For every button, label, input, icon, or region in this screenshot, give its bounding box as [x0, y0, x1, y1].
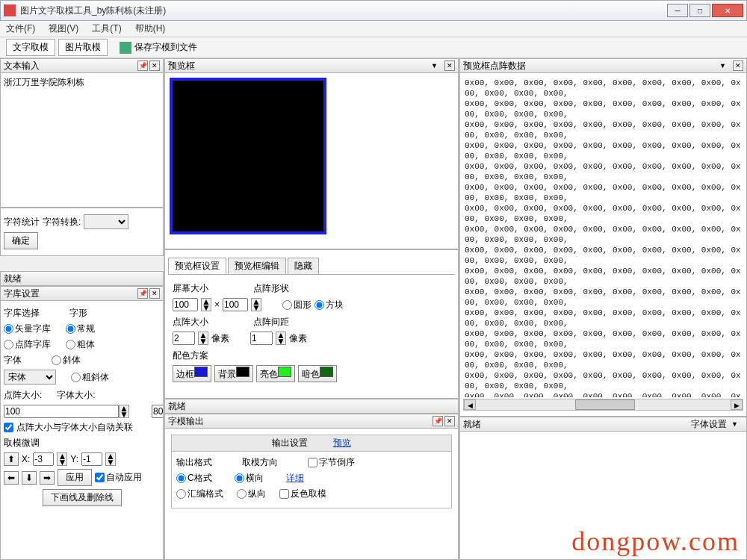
- circle-radio[interactable]: 圆形: [282, 299, 311, 311]
- text-input[interactable]: [4, 76, 160, 203]
- pin-icon[interactable]: 📌: [137, 60, 148, 71]
- menu-help[interactable]: 帮助(H): [135, 22, 166, 35]
- font-set-link[interactable]: 字体设置: [691, 418, 727, 431]
- hex-title: 预览框点阵数据: [463, 60, 719, 72]
- y-offset[interactable]: [81, 452, 102, 466]
- nudge-down-icon[interactable]: ⬇: [22, 471, 37, 485]
- font-settings-title: 字库设置: [4, 287, 136, 300]
- apply-button[interactable]: 应用: [58, 469, 92, 486]
- vert-radio[interactable]: 纵向: [237, 488, 266, 500]
- dropdown-icon[interactable]: ▼: [719, 62, 728, 69]
- close-panel-icon[interactable]: ✕: [149, 60, 160, 71]
- dot-size[interactable]: [173, 332, 195, 345]
- text-mode-button[interactable]: 文字取模: [6, 39, 55, 56]
- preview-canvas[interactable]: [170, 78, 326, 234]
- save-icon: [120, 42, 131, 54]
- menubar: 文件(F) 视图(V) 工具(T) 帮助(H): [0, 21, 747, 37]
- bg-color[interactable]: 背景: [214, 365, 253, 382]
- toolbar: 文字取模 图片取模 保存字模到文件: [0, 37, 747, 58]
- dot-gap[interactable]: [250, 332, 273, 345]
- minimize-button[interactable]: ─: [667, 4, 688, 17]
- invert-check[interactable]: 反色取模: [279, 488, 326, 500]
- window-title: 图片文字取模工具_by陈利栋(未注册): [20, 4, 666, 17]
- vector-radio[interactable]: 矢量字库: [4, 323, 51, 335]
- dropdown-icon[interactable]: ▼: [731, 420, 740, 428]
- off-color[interactable]: 暗色: [298, 365, 337, 382]
- dot-radio[interactable]: 点阵字库: [4, 338, 51, 351]
- detail-link[interactable]: 详细: [286, 472, 304, 485]
- border-color[interactable]: 边框: [173, 365, 211, 382]
- horiz-radio[interactable]: 横向: [235, 472, 264, 485]
- save-font-button[interactable]: 保存字模到文件: [134, 41, 197, 54]
- auto-link-check[interactable]: 点阵大小与字体大小自动关联: [4, 421, 160, 434]
- font-size-input[interactable]: [152, 405, 164, 418]
- nudge-left-icon[interactable]: ⬅: [4, 471, 19, 485]
- screen-w[interactable]: [173, 298, 198, 311]
- underline-button[interactable]: 下画线及删除线: [43, 489, 122, 506]
- normal-radio[interactable]: 常规: [66, 323, 95, 335]
- close-button[interactable]: ✕: [712, 4, 743, 17]
- c-fmt-radio[interactable]: C格式: [176, 472, 212, 485]
- tab-preview-settings[interactable]: 预览框设置: [168, 258, 226, 274]
- pin-icon[interactable]: 📌: [433, 416, 443, 426]
- ready-status-1: 就绪: [4, 273, 22, 285]
- close-panel-icon[interactable]: ✕: [733, 60, 743, 71]
- menu-tools[interactable]: 工具(T): [92, 22, 121, 35]
- hex-data[interactable]: 0x00, 0x00, 0x00, 0x00, 0x00, 0x00, 0x00…: [463, 76, 743, 397]
- font-convert-label: 字符转换:: [43, 216, 81, 228]
- pin-icon[interactable]: 📌: [137, 288, 148, 299]
- bolditalic-radio[interactable]: 粗斜体: [71, 371, 109, 384]
- asm-fmt-radio[interactable]: 汇编格式: [176, 488, 223, 500]
- close-panel-icon[interactable]: ✕: [149, 288, 160, 299]
- close-panel-icon[interactable]: ✕: [444, 416, 455, 426]
- maximize-button[interactable]: □: [689, 4, 710, 17]
- titlebar: 图片文字取模工具_by陈利栋(未注册) ─ □ ✕: [0, 0, 747, 21]
- dot-size-input[interactable]: [4, 405, 119, 418]
- menu-view[interactable]: 视图(V): [49, 22, 78, 35]
- nudge-right-icon[interactable]: ➡: [40, 471, 55, 485]
- text-input-header: 文本输入 📌 ✕: [0, 58, 164, 73]
- x-offset[interactable]: [33, 452, 54, 466]
- h-scrollbar[interactable]: ◀▶: [463, 399, 743, 411]
- square-radio[interactable]: 方块: [314, 299, 344, 311]
- app-icon: [4, 4, 16, 16]
- font-stats-label: 字符统计: [4, 216, 40, 228]
- nudge-up-icon[interactable]: ⬆: [4, 452, 19, 466]
- ok-button[interactable]: 确定: [4, 232, 38, 249]
- byte-rev-check[interactable]: 字节倒序: [308, 456, 355, 469]
- screen-h[interactable]: [223, 298, 248, 311]
- output-preview-link[interactable]: 预览: [333, 438, 351, 448]
- tab-preview-edit[interactable]: 预览框编辑: [228, 258, 286, 274]
- bold-radio[interactable]: 粗体: [66, 338, 95, 351]
- auto-apply-check[interactable]: 自动应用: [95, 471, 142, 484]
- menu-file[interactable]: 文件(F): [6, 22, 35, 35]
- italic-radio[interactable]: 斜体: [52, 354, 81, 367]
- on-color[interactable]: 亮色: [256, 365, 295, 382]
- preview-title: 预览框: [168, 60, 431, 72]
- output-title: 字模输出: [168, 415, 431, 428]
- image-mode-button[interactable]: 图片取模: [58, 39, 108, 56]
- dropdown-icon[interactable]: ▼: [431, 62, 440, 69]
- font-select[interactable]: 宋体: [4, 370, 56, 385]
- tab-preview-hide[interactable]: 隐藏: [288, 258, 319, 274]
- close-panel-icon[interactable]: ✕: [444, 60, 455, 71]
- convert-select[interactable]: [84, 214, 128, 229]
